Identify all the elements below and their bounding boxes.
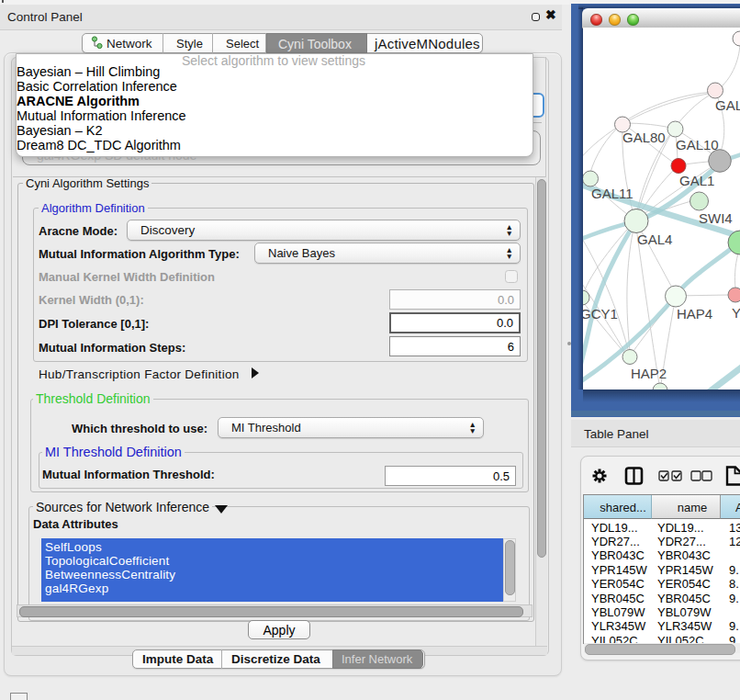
svg-text:GAL1: GAL1 [679,173,714,188]
svg-text:GAL4: GAL4 [637,231,672,247]
svg-text:GAL7: GAL7 [715,97,740,113]
svg-text:HAP2: HAP2 [631,366,667,381]
svg-text:HAP4: HAP4 [677,306,712,322]
svg-text:GAL80: GAL80 [622,130,666,145]
svg-text:GAL10: GAL10 [676,137,719,152]
svg-text:YD: YD [732,305,740,321]
svg-text:SWI4: SWI4 [699,210,733,226]
svg-text:GCY1: GCY1 [583,306,618,322]
svg-text:GAL11: GAL11 [591,186,633,201]
